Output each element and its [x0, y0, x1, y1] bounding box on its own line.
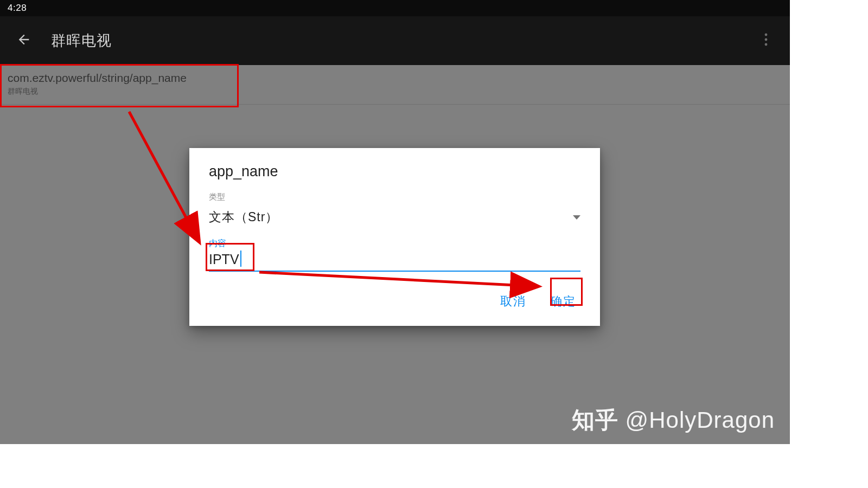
watermark-site: 知乎 [572, 407, 618, 433]
status-bar: 4:28 [0, 0, 790, 16]
watermark: 知乎 @HolyDragon [572, 405, 775, 435]
back-button[interactable] [9, 25, 39, 56]
type-select-value: 文本（Str） [209, 209, 278, 226]
app-bar: 群晖电视 [0, 16, 790, 65]
arrow-back-icon [16, 32, 31, 49]
svg-point-2 [765, 43, 768, 46]
edit-dialog: app_name 类型 文本（Str） 内容 取消 确定 [189, 148, 600, 326]
app-viewport: 4:28 群晖电视 com.eztv.powerful/string/app_n… [0, 0, 790, 444]
input-underline [209, 271, 580, 272]
dialog-actions: 取消 确定 [209, 286, 580, 318]
cancel-button[interactable]: 取消 [498, 290, 528, 313]
status-time: 4:28 [8, 3, 27, 14]
appbar-title: 群晖电视 [51, 31, 112, 50]
ok-button[interactable]: 确定 [548, 290, 578, 313]
type-select[interactable]: 文本（Str） [209, 203, 580, 230]
dropdown-icon [573, 212, 580, 222]
watermark-handle: @HolyDragon [626, 407, 775, 433]
svg-point-0 [765, 34, 768, 36]
content-input-wrap [209, 249, 580, 272]
content-label: 内容 [209, 238, 580, 249]
type-label: 类型 [209, 192, 580, 202]
more-vert-icon [764, 33, 768, 48]
overflow-menu-button[interactable] [751, 25, 781, 56]
dialog-title: app_name [209, 163, 580, 180]
content-input[interactable] [209, 249, 580, 272]
text-cursor [240, 251, 241, 267]
svg-point-1 [765, 38, 768, 41]
